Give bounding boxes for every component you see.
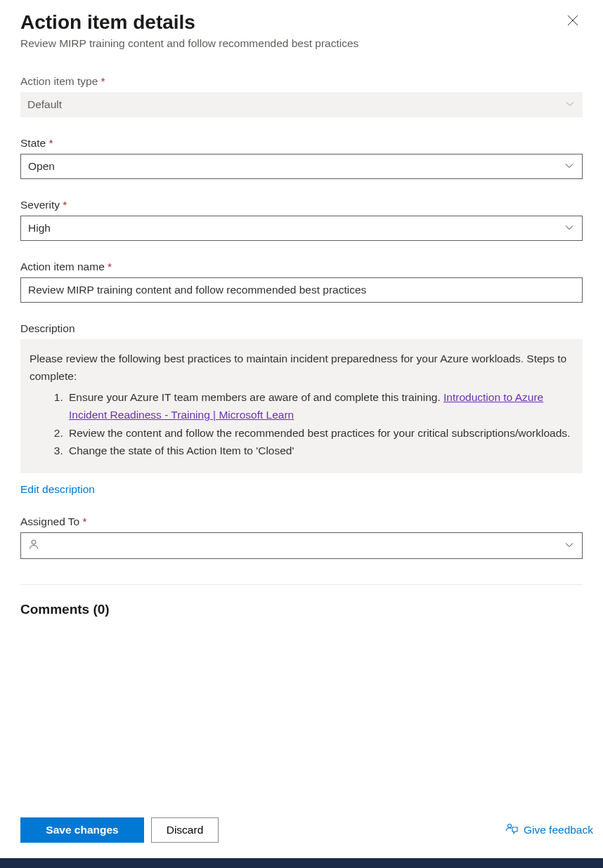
panel-footer: Save changes Discard Give feedback <box>0 802 603 858</box>
required-indicator: * <box>82 515 86 527</box>
required-indicator: * <box>49 137 53 149</box>
panel-subtitle: Review MIRP training content and follow … <box>20 37 358 50</box>
field-severity: Severity * High <box>20 199 583 241</box>
page-bottom-border <box>0 858 603 868</box>
description-step-2: Review the content and follow the recomm… <box>66 424 573 442</box>
severity-select[interactable]: High <box>20 216 583 241</box>
chevron-down-icon <box>565 160 573 173</box>
action-item-details-panel: Action item details Review MIRP training… <box>0 0 603 868</box>
field-name: Action item name * <box>20 261 583 303</box>
chevron-down-icon <box>566 98 574 111</box>
state-label: State * <box>20 137 583 150</box>
name-input[interactable] <box>20 277 583 303</box>
chevron-down-icon <box>565 539 573 552</box>
person-icon <box>28 539 39 553</box>
svg-point-1 <box>507 824 511 828</box>
description-label: Description <box>20 322 583 335</box>
comments-header: Comments (0) <box>20 602 583 617</box>
field-type: Action item type * Default <box>20 75 583 117</box>
required-indicator: * <box>101 75 105 87</box>
chevron-down-icon <box>565 222 573 235</box>
description-step-1: Ensure your Azure IT team members are aw… <box>66 388 573 424</box>
assigned-label: Assigned To * <box>20 515 583 528</box>
close-button[interactable] <box>563 11 583 32</box>
assigned-select[interactable] <box>20 532 583 559</box>
section-divider <box>20 584 583 585</box>
discard-button[interactable]: Discard <box>151 817 219 843</box>
panel-header: Action item details Review MIRP training… <box>20 11 583 75</box>
required-indicator: * <box>108 261 112 272</box>
severity-label: Severity * <box>20 199 583 211</box>
state-value: Open <box>28 160 55 173</box>
svg-point-0 <box>32 540 36 544</box>
state-select[interactable]: Open <box>20 154 583 179</box>
feedback-button[interactable]: Give feedback <box>505 820 593 841</box>
panel-title: Action item details <box>20 11 358 34</box>
field-assigned: Assigned To * <box>20 515 583 559</box>
scroll-area: Action item details Review MIRP training… <box>20 11 583 798</box>
close-icon <box>567 18 578 28</box>
severity-value: High <box>28 222 51 235</box>
feedback-icon <box>505 822 518 838</box>
save-button[interactable]: Save changes <box>20 817 144 843</box>
feedback-label: Give feedback <box>524 824 593 836</box>
name-label: Action item name * <box>20 261 583 273</box>
edit-description-button[interactable]: Edit description <box>20 483 95 496</box>
type-value: Default <box>27 98 62 111</box>
description-steps: Ensure your Azure IT team members are aw… <box>30 388 573 460</box>
type-label: Action item type * <box>20 75 583 88</box>
description-step-3: Change the state of this Action Item to … <box>66 442 573 460</box>
type-select: Default <box>20 92 583 117</box>
field-description: Description Please review the following … <box>20 322 583 496</box>
field-state: State * Open <box>20 137 583 179</box>
description-intro: Please review the following best practic… <box>30 350 573 386</box>
required-indicator: * <box>63 199 67 211</box>
description-content: Please review the following best practic… <box>20 339 583 473</box>
